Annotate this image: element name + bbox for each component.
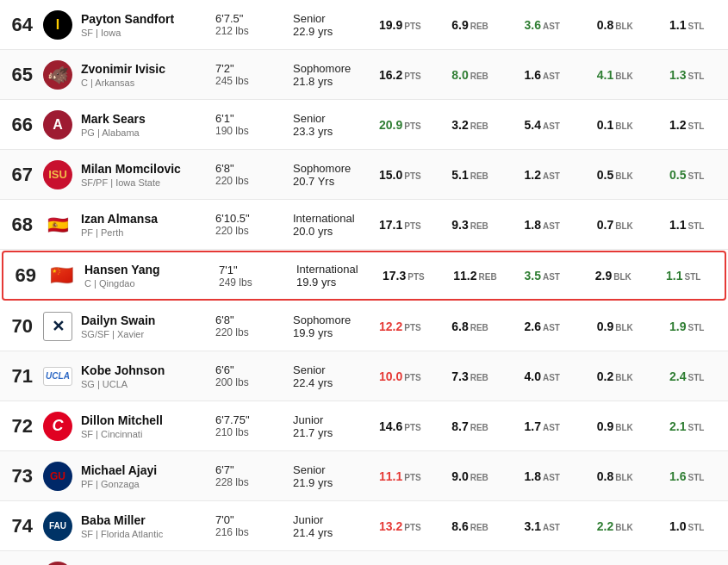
team-logo: 🇪🇸	[38, 214, 78, 235]
blk-stat: 0.8 BLK	[597, 18, 649, 32]
player-info: Hansen Yang C | Qingdao	[81, 263, 219, 289]
team-logo: ✕	[38, 312, 78, 341]
table-row: 67 ISU Milan Momcilovic SF/PF | Iowa Sta…	[0, 150, 728, 200]
ast-stat: 2.6 AST	[525, 320, 576, 333]
table-row: 71 UCLA Kobe Johnson SG | UCLA 6'6" 200 …	[0, 351, 728, 401]
stl-stat: 0.5 STL	[669, 168, 721, 182]
class-age: Junior 21.4 yrs	[293, 513, 379, 539]
height-weight: 6'1" 190 lbs	[215, 112, 293, 137]
blk-stat: 0.7 BLK	[597, 218, 649, 232]
height-weight: 7'2" 245 lbs	[215, 62, 293, 87]
team-logo: GU	[38, 462, 78, 491]
pts-stat: 14.6 PTS	[379, 419, 431, 433]
reb-stat: 6.8 REB	[451, 320, 503, 333]
player-info: Zvonimir Ivisic C | Arkansas	[78, 62, 215, 88]
stl-stat: 1.0 STL	[669, 519, 721, 533]
ast-stat: 3.5 AST	[525, 269, 576, 282]
height-weight: 6'7" 228 lbs	[215, 463, 293, 488]
player-name: Hansen Yang	[84, 263, 219, 276]
ast-stat: 1.6 AST	[525, 68, 576, 82]
stl-stat: 1.9 STL	[669, 320, 721, 333]
team-logo: C	[38, 412, 78, 441]
player-meta: SF/PF | Iowa State	[81, 177, 215, 188]
rank-number: 73	[7, 465, 38, 487]
height-weight: 6'10.5" 220 lbs	[215, 212, 293, 237]
class-age: Sophomore 21.8 yrs	[293, 62, 379, 88]
player-meta: PF | Gonzaga	[81, 479, 215, 489]
ast-stat: 1.7 AST	[525, 419, 576, 433]
player-info: Dillon Mitchell SF | Cincinnati	[78, 413, 215, 439]
height-weight: 6'8" 220 lbs	[215, 314, 293, 338]
class-age: Senior 22.9 yrs	[293, 12, 379, 38]
reb-stat: 9.3 REB	[451, 218, 503, 232]
player-meta: SG/SF | Xavier	[81, 329, 215, 339]
pts-stat: 11.1 PTS	[379, 469, 431, 483]
stl-stat: 2.1 STL	[669, 419, 721, 433]
reb-stat: 9.0 REB	[451, 469, 503, 483]
stl-stat: 1.1 STL	[669, 18, 721, 32]
stat-group: 16.2 PTS 8.0 REB 1.6 AST 4.1 BLK 1.3 STL	[379, 68, 721, 82]
class-age: Senior 21.9 yrs	[293, 463, 379, 489]
player-info: Dailyn Swain SG/SF | Xavier	[78, 314, 215, 339]
team-logo: 🇨🇳	[41, 265, 81, 286]
reb-stat: 8.0 REB	[451, 68, 503, 82]
height-weight: 6'8" 220 lbs	[215, 162, 293, 187]
blk-stat: 0.9 BLK	[597, 320, 649, 333]
class-age: Senior 23.3 yrs	[293, 112, 379, 138]
class-age: Sophomore 19.9 yrs	[293, 314, 379, 339]
player-info: Milan Momcilovic SF/PF | Iowa State	[78, 162, 215, 188]
table-row: 74 FAU Baba Miller SF | Florida Atlantic…	[0, 501, 728, 551]
player-info: Michael Ajayi PF | Gonzaga	[78, 463, 215, 489]
player-name: Dailyn Swain	[81, 314, 215, 327]
stat-group: 10.0 PTS 7.3 REB 4.0 AST 0.2 BLK 2.4 STL	[379, 369, 721, 383]
blk-stat: 2.9 BLK	[595, 269, 647, 282]
rank-number: 74	[7, 515, 38, 537]
stat-group: 19.9 PTS 6.9 REB 3.6 AST 0.8 BLK 1.1 STL	[379, 18, 721, 32]
blk-stat: 0.9 BLK	[597, 419, 649, 433]
stl-stat: 1.2 STL	[669, 118, 721, 132]
player-info: Izan Almansa PF | Perth	[78, 212, 215, 238]
class-age: International 20.0 yrs	[293, 212, 379, 238]
reb-stat: 5.1 REB	[451, 168, 503, 182]
player-rankings-table: 64 I Payton Sandfort SF | Iowa 6'7.5" 21…	[0, 0, 728, 565]
table-row: 65 🐗 Zvonimir Ivisic C | Arkansas 7'2" 2…	[0, 50, 728, 100]
ast-stat: 1.2 AST	[525, 168, 576, 182]
player-meta: C | Qingdao	[84, 278, 219, 289]
blk-stat: 2.2 BLK	[597, 519, 649, 533]
rank-number: 69	[10, 264, 41, 287]
reb-stat: 8.7 REB	[451, 419, 503, 433]
player-meta: SF | Florida Atlantic	[81, 529, 215, 539]
class-age: International 19.9 yrs	[296, 263, 383, 289]
ast-stat: 5.4 AST	[525, 118, 576, 132]
stat-group: 17.1 PTS 9.3 REB 1.8 AST 0.7 BLK 1.1 STL	[379, 218, 721, 232]
player-name: Mark Sears	[81, 112, 215, 126]
player-meta: C | Arkansas	[81, 78, 215, 88]
stat-group: 12.2 PTS 6.8 REB 2.6 AST 0.9 BLK 1.9 STL	[379, 320, 721, 333]
team-logo: UCLA	[38, 367, 78, 386]
player-info: Kobe Johnson SG | UCLA	[78, 363, 215, 389]
stl-stat: 1.1 STL	[669, 218, 721, 232]
class-age: Junior 21.7 yrs	[293, 413, 379, 439]
team-logo: 🐗	[38, 60, 78, 90]
ast-stat: 3.6 AST	[525, 18, 576, 32]
player-meta: PG | Alabama	[81, 127, 215, 138]
class-age: Senior 22.4 yrs	[293, 363, 379, 389]
stat-group: 15.0 PTS 5.1 REB 1.2 AST 0.5 BLK 0.5 STL	[379, 168, 721, 182]
table-row: 66 A Mark Sears PG | Alabama 6'1" 190 lb…	[0, 100, 728, 150]
table-row: 75 🐗 Trevon Brazile PF | Arkansas 6'10.5…	[0, 551, 728, 565]
blk-stat: 0.1 BLK	[597, 118, 649, 132]
rank-number: 70	[7, 315, 38, 338]
rank-number: 72	[7, 415, 38, 438]
team-logo: 🐗	[38, 562, 78, 566]
rank-number: 71	[7, 365, 38, 388]
ast-stat: 3.1 AST	[525, 519, 576, 533]
blk-stat: 4.1 BLK	[597, 68, 649, 82]
player-name: Payton Sandfort	[81, 12, 215, 26]
reb-stat: 3.2 REB	[451, 118, 503, 132]
team-logo: FAU	[38, 512, 78, 541]
player-name: Michael Ajayi	[81, 463, 215, 477]
ast-stat: 1.8 AST	[525, 469, 576, 483]
pts-stat: 12.2 PTS	[379, 320, 431, 333]
height-weight: 7'1" 249 lbs	[219, 264, 296, 289]
reb-stat: 8.6 REB	[451, 519, 503, 533]
